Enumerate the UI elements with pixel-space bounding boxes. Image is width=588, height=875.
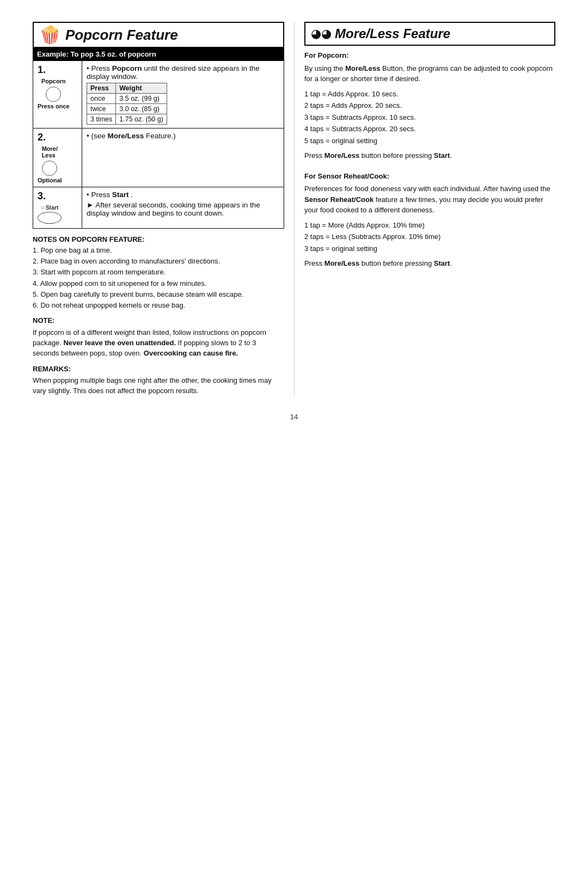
for-sensor-intro: Preferences for food doneness vary with … (304, 183, 555, 216)
popcorn-feature-title: Popcorn Feature (65, 27, 178, 44)
note-block: NOTE: If popcorn is of a different weigh… (33, 316, 284, 358)
moreless-feature-title: More/Less Feature (335, 26, 450, 41)
popcorn-tap-5: 5 taps = original setting (304, 136, 555, 146)
note-item-5: 5. Open bag carefully to prevent burns, … (33, 290, 284, 299)
page-content: 🍿 Popcorn Feature Example: To pop 3.5 oz… (33, 22, 555, 396)
remarks-body: When popping multiple bags one right aft… (33, 376, 284, 396)
step-3-oval-icon (38, 212, 62, 224)
step-2-text: • (see More/Less Feature.) (87, 132, 279, 140)
note-block-body: If popcorn is of a different weight than… (33, 328, 284, 359)
step-1-row: 1. Popcorn Press once • Press Popcorn un… (33, 61, 284, 129)
example-row: Example: To pop 3.5 oz. of popcorn (33, 48, 284, 60)
step-3-text-2: ► After several seconds, cooking time ap… (87, 201, 279, 217)
step-3-text-1: • Press Start . (87, 191, 279, 199)
step-3-content: • Press Start . ► After several seconds,… (82, 187, 284, 229)
moreless-icons: ◕◕ (311, 27, 332, 41)
sensor-taps-list: 1 tap = More (Adds Approx. 10% time) 2 t… (304, 220, 555, 254)
moreless-feature-header: ◕◕ More/Less Feature (304, 22, 555, 46)
note-item-1: 1. Pop one bag at a time. (33, 246, 284, 255)
popcorn-taps-list: 1 tap = Adds Approx. 10 secs. 2 taps = A… (304, 89, 555, 146)
step-1-text: • Press Popcorn until the desired size a… (87, 64, 279, 81)
for-popcorn-section: For Popcorn: By using the More/Less Butt… (304, 50, 555, 161)
step-1-press-label: Press once (38, 103, 70, 109)
weight-row-2: twice 3.0 oz. (85 g) (87, 104, 167, 114)
step-3-row: 3. ○ Start • Press Start . ► After sever… (33, 187, 284, 229)
weight-row-3-weight: 1.75 oz. (50 g) (116, 114, 167, 125)
weight-row-1-press: once (87, 94, 116, 104)
left-column: 🍿 Popcorn Feature Example: To pop 3.5 oz… (33, 22, 294, 396)
step-2-content: • (see More/Less Feature.) (82, 129, 284, 187)
for-popcorn-title: For Popcorn: (304, 50, 555, 61)
sensor-tap-3: 3 taps = original setting (304, 243, 555, 254)
weight-header-weight: Weight (116, 83, 167, 94)
note-item-3: 3. Start with popcorn at room temperatur… (33, 267, 284, 277)
for-sensor-section: For Sensor Reheat/Cook: Preferences for … (304, 171, 555, 269)
popcorn-tap-1: 1 tap = Adds Approx. 10 secs. (304, 89, 555, 100)
for-popcorn-intro: By using the More/Less Button, the progr… (304, 63, 555, 84)
sensor-tap-1: 1 tap = More (Adds Approx. 10% time) (304, 220, 555, 231)
remarks-title: REMARKS: (33, 364, 284, 375)
step-3-num: 3. ○ Start (33, 187, 82, 229)
step-2-num: 2. More/Less Optional (33, 129, 82, 187)
weight-row-1-weight: 3.5 oz. (99 g) (116, 94, 167, 104)
note-item-6: 6. Do not reheat unpopped kernels or reu… (33, 301, 284, 310)
page-number: 14 (290, 413, 298, 421)
sensor-tap-2: 2 taps = Less (Subtracts Approx. 10% tim… (304, 231, 555, 242)
weight-row-2-weight: 3.0 oz. (85 g) (116, 104, 167, 114)
step-3-icon-area: ○ Start (38, 204, 62, 225)
popcorn-tap-2: 2 taps = Adds Approx. 20 secs. (304, 100, 555, 111)
example-text: Example: To pop 3.5 oz. of popcorn (37, 50, 156, 58)
notes-title: NOTES ON POPCORN FEATURE: (33, 235, 284, 243)
sensor-press-note: Press More/Less button before pressing S… (304, 258, 555, 269)
step-2-press-label: Optional (38, 177, 62, 183)
step-3-icon-label: ○ Start (40, 204, 58, 211)
weight-row-1: once 3.5 oz. (99 g) (87, 94, 167, 104)
note-block-title: NOTE: (33, 316, 284, 326)
right-column: ◕◕ More/Less Feature For Popcorn: By usi… (294, 22, 555, 396)
step-1-num: 1. Popcorn Press once (33, 61, 82, 129)
weight-row-3-press: 3 times (87, 114, 116, 125)
weight-row-2-press: twice (87, 104, 116, 114)
weight-header-press: Press (87, 83, 116, 94)
for-sensor-title: For Sensor Reheat/Cook: (304, 171, 555, 182)
step-2-icon-label: More/Less (42, 145, 58, 158)
step-1-icon-area: Popcorn Press once (38, 78, 70, 109)
note-item-4: 4. Allow popped corn to sit unopened for… (33, 279, 284, 289)
steps-table: 1. Popcorn Press once • Press Popcorn un… (33, 60, 284, 229)
step-1-icon-label: Popcorn (41, 78, 66, 84)
step-2-circle-icon (42, 161, 57, 176)
note-item-2: 2. Place bag in oven according to manufa… (33, 256, 284, 266)
popcorn-tap-4: 4 taps = Subtracts Approx. 20 secs. (304, 124, 555, 134)
step-2-row: 2. More/Less Optional • (see More/Less F… (33, 129, 284, 187)
notes-section: NOTES ON POPCORN FEATURE: 1. Pop one bag… (33, 235, 284, 310)
step-1-circle-icon (46, 87, 61, 102)
step-1-content: • Press Popcorn until the desired size a… (82, 61, 284, 129)
popcorn-tap-3: 3 taps = Subtracts Approx. 10 secs. (304, 112, 555, 123)
step-2-icon-area: More/Less Optional (38, 145, 62, 183)
popcorn-feature-header: 🍿 Popcorn Feature (33, 22, 284, 48)
popcorn-press-note: Press More/Less button before pressing S… (304, 150, 555, 161)
notes-list: 1. Pop one bag at a time. 2. Place bag i… (33, 246, 284, 310)
popcorn-icon: 🍿 (39, 26, 61, 44)
weight-row-3: 3 times 1.75 oz. (50 g) (87, 114, 167, 125)
weight-table: Press Weight once 3.5 oz. (99 g) (87, 83, 167, 125)
remarks-block: REMARKS: When popping multiple bags one … (33, 364, 284, 397)
